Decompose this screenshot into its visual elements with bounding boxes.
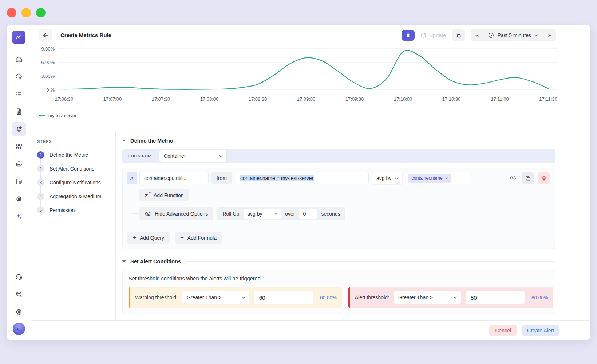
pause-button[interactable] bbox=[402, 30, 415, 41]
chevrons-left-icon: « bbox=[475, 32, 479, 39]
x-tick-label: 17:06:30 bbox=[55, 96, 74, 102]
steps-panel: STEPS 1 Define the Metric 2 Set Alert Co… bbox=[31, 132, 116, 320]
series-line bbox=[64, 50, 548, 89]
face-search-icon bbox=[15, 177, 23, 185]
rollup-label: Roll Up bbox=[222, 211, 239, 217]
step-aggregation-medium[interactable]: 4 Aggregation & Medium bbox=[37, 189, 115, 203]
ai-sparkle-icon bbox=[15, 212, 23, 220]
time-range-back-button[interactable]: « bbox=[471, 29, 483, 41]
chart-legend-item[interactable]: my-test-server bbox=[39, 113, 76, 118]
content-body: STEPS 1 Define the Metric 2 Set Alert Co… bbox=[31, 132, 590, 320]
step-define-the-metric[interactable]: 1 Define the Metric bbox=[37, 148, 115, 162]
sidebar-nav bbox=[12, 52, 26, 224]
hide-advanced-options-label: Hide Advanced Options bbox=[155, 211, 208, 217]
avatar-face-icon bbox=[15, 325, 23, 333]
section-rule bbox=[178, 141, 555, 141]
chart-plot-area bbox=[57, 45, 558, 93]
duplicate-query-button[interactable] bbox=[522, 172, 534, 184]
chevron-down-icon bbox=[534, 34, 538, 36]
group-by-tag-label: container.name bbox=[411, 176, 442, 181]
metric-preview-chart: 9.00%6.00%3.00%0 % 17:06:3017:07:0017:07… bbox=[31, 45, 590, 132]
zoom-window-button[interactable] bbox=[36, 8, 46, 17]
group-by-tags-field[interactable]: container.name × bbox=[406, 172, 470, 184]
toggle-visibility-button[interactable] bbox=[508, 173, 518, 183]
step-permission[interactable]: 5 Permission bbox=[37, 203, 115, 217]
add-formula-button[interactable]: + Add Formula bbox=[175, 232, 222, 244]
back-button[interactable] bbox=[39, 29, 52, 42]
alert-value-input[interactable] bbox=[466, 291, 525, 304]
query-row-actions bbox=[508, 172, 551, 184]
step-set-alert-conditions[interactable]: 2 Set Alert Conditions bbox=[37, 162, 115, 176]
hide-advanced-options-button[interactable]: Hide Advanced Options bbox=[139, 207, 213, 220]
time-range-selector[interactable]: Past 5 minutes bbox=[483, 29, 543, 41]
add-query-button[interactable]: + Add Query bbox=[127, 232, 170, 244]
steps-list: 1 Define the Metric 2 Set Alert Conditio… bbox=[37, 148, 115, 217]
sidebar bbox=[7, 25, 31, 340]
copy-icon bbox=[455, 32, 462, 39]
warning-threshold: Warning threshold: Greater Than > 60.00% bbox=[129, 287, 342, 308]
chevrons-right-icon: » bbox=[548, 32, 551, 39]
update-button[interactable]: Update bbox=[420, 32, 446, 38]
sidebar-item-bot[interactable] bbox=[12, 157, 26, 171]
metric-name-input[interactable] bbox=[139, 172, 209, 184]
close-window-button[interactable] bbox=[7, 8, 16, 17]
create-alert-button[interactable]: Create Alert bbox=[522, 325, 559, 336]
delete-query-button[interactable] bbox=[538, 172, 550, 184]
sidebar-item-home[interactable] bbox=[12, 52, 26, 67]
middleware-logo[interactable] bbox=[12, 31, 25, 44]
x-tick-label: 17:11:00 bbox=[491, 96, 509, 102]
alert-operator-select[interactable]: Greater Than > bbox=[394, 291, 461, 304]
filter-input[interactable]: container.name = my-test-server bbox=[235, 172, 369, 184]
sidebar-item-ai-assistant[interactable] bbox=[12, 209, 26, 224]
alert-bell-icon bbox=[15, 125, 23, 133]
y-tick-label: 0 % bbox=[47, 87, 55, 93]
sidebar-item-installation[interactable] bbox=[12, 287, 26, 301]
user-avatar[interactable] bbox=[13, 323, 25, 335]
sidebar-item-dashboards[interactable] bbox=[12, 139, 26, 154]
sidebar-bottom bbox=[12, 269, 26, 335]
gear-icon bbox=[15, 308, 23, 316]
sidebar-item-settings[interactable] bbox=[12, 305, 26, 319]
chevron-down-icon bbox=[242, 296, 246, 299]
minimize-window-button[interactable] bbox=[21, 8, 31, 17]
define-metric-section-header[interactable]: Define the Metric bbox=[122, 138, 555, 144]
alert-conditions-section-header[interactable]: Set Alert Conditions bbox=[122, 259, 555, 264]
cancel-button[interactable]: Cancel bbox=[489, 325, 517, 336]
aggregation-select[interactable]: avg by bbox=[372, 172, 403, 185]
tag-remove-icon[interactable]: × bbox=[445, 176, 448, 181]
chart-svg bbox=[57, 45, 558, 93]
add-formula-label: Add Formula bbox=[187, 235, 217, 241]
seconds-label: seconds bbox=[321, 211, 340, 217]
sidebar-item-processes[interactable] bbox=[12, 192, 26, 206]
sidebar-item-support[interactable] bbox=[12, 269, 26, 284]
sigma-plus-icon: Σ bbox=[145, 192, 148, 199]
steps-heading: STEPS bbox=[37, 139, 115, 144]
sidebar-item-synthetics[interactable] bbox=[12, 174, 26, 189]
chevron-down-icon bbox=[274, 213, 278, 215]
time-range-group: « Past 5 minutes » bbox=[471, 29, 556, 41]
sidebar-item-documents[interactable] bbox=[12, 104, 26, 119]
chart-x-axis: 17:06:3017:07:0017:07:3017:08:0017:08:30… bbox=[57, 94, 558, 104]
section-title: Set Alert Conditions bbox=[130, 259, 181, 264]
step-label: Define the Metric bbox=[50, 152, 88, 158]
copy-view-button[interactable] bbox=[452, 29, 465, 41]
sidebar-item-logs[interactable] bbox=[12, 87, 26, 101]
add-function-button[interactable]: Σ Add Function bbox=[139, 189, 189, 201]
chip-icon bbox=[15, 195, 23, 203]
rollup-window-input[interactable] bbox=[299, 209, 317, 219]
warning-percent: 60.00% bbox=[320, 295, 337, 300]
query-card: A from container.name = my-test-server a… bbox=[122, 168, 555, 249]
x-tick-label: 17:09:00 bbox=[297, 96, 316, 102]
time-range-forward-button[interactable]: » bbox=[543, 29, 556, 41]
legend-label: my-test-server bbox=[48, 113, 76, 118]
add-function-label: Add Function bbox=[154, 192, 184, 198]
robot-icon bbox=[15, 160, 23, 168]
step-configure-notifications[interactable]: 3 Configure Notifications bbox=[37, 176, 115, 189]
page-title: Create Metrics Rule bbox=[60, 32, 111, 38]
sidebar-item-infrastructure[interactable] bbox=[12, 69, 26, 84]
warning-value-input[interactable] bbox=[254, 291, 313, 304]
look-for-select[interactable]: Container bbox=[159, 150, 227, 162]
rollup-aggregation-select[interactable]: avg by bbox=[244, 209, 281, 219]
sidebar-item-alerts[interactable] bbox=[12, 122, 26, 136]
warning-operator-select[interactable]: Greater Than > bbox=[182, 291, 249, 304]
